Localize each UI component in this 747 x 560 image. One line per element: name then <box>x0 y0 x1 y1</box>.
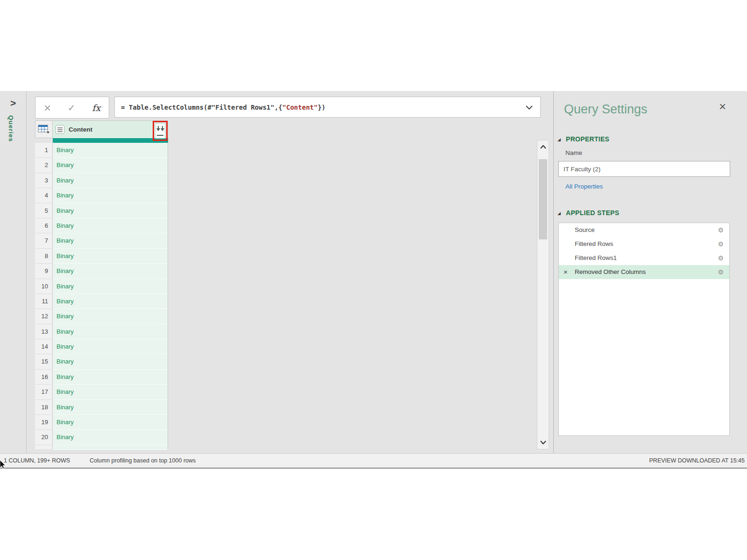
query-name-input[interactable] <box>558 161 730 177</box>
scrollbar-thumb[interactable] <box>539 159 547 239</box>
column-header-label: Content <box>69 126 92 133</box>
gear-icon[interactable]: ⚙ <box>718 223 724 237</box>
expand-column-button[interactable] <box>155 123 165 139</box>
table-row: 3Binary <box>35 173 168 188</box>
row-number: 14 <box>35 339 53 354</box>
mouse-cursor <box>0 460 7 469</box>
formula-bar-buttons: × ✓ fx <box>35 97 109 119</box>
row-number: 11 <box>35 294 53 309</box>
binary-cell[interactable]: Binary <box>53 233 168 248</box>
scroll-down-icon[interactable] <box>540 441 546 444</box>
row-number: 9 <box>35 264 53 279</box>
binary-cell[interactable]: Binary <box>53 143 168 158</box>
row-number: 3 <box>35 173 53 188</box>
name-field-label: Name <box>565 149 582 156</box>
binary-cell[interactable]: Binary <box>53 430 168 445</box>
column-type-icon[interactable] <box>56 125 64 134</box>
step-label: Removed Other Columns <box>575 268 646 275</box>
row-number: 20 <box>35 430 53 445</box>
applied-step-filtered-rows[interactable]: Filtered Rows⚙ <box>559 237 729 251</box>
row-number: 10 <box>35 279 53 294</box>
fx-icon[interactable]: fx <box>92 103 100 113</box>
row-number: 15 <box>35 354 53 369</box>
binary-cell[interactable]: Binary <box>53 264 168 279</box>
underline-bar <box>157 135 163 136</box>
gear-icon[interactable]: ⚙ <box>718 251 724 265</box>
row-number: 18 <box>35 400 53 415</box>
binary-cell[interactable]: Binary <box>53 279 168 294</box>
binary-cell[interactable]: Binary <box>53 370 168 385</box>
formula-expand-chevron-icon[interactable] <box>526 105 533 110</box>
binary-cell[interactable]: Binary <box>53 354 168 369</box>
table-row: 10Binary <box>35 279 168 294</box>
collapse-triangle-icon[interactable]: ◢ <box>557 137 561 142</box>
table-row: 16Binary <box>35 370 168 385</box>
scroll-up-icon[interactable] <box>540 145 546 149</box>
close-icon[interactable]: × <box>719 99 726 114</box>
binary-cell[interactable]: Binary <box>53 173 168 188</box>
commit-check-icon[interactable]: ✓ <box>68 103 76 112</box>
step-label: Filtered Rows <box>575 240 613 247</box>
binary-cell[interactable]: Binary <box>53 249 168 264</box>
step-label: Source <box>575 226 595 233</box>
binary-cell[interactable]: Binary <box>53 309 168 324</box>
row-number: 17 <box>35 385 53 399</box>
binary-cell[interactable]: Binary <box>53 188 168 203</box>
binary-cell[interactable]: Binary <box>53 415 168 430</box>
binary-cell[interactable]: Binary <box>53 385 168 399</box>
binary-cell[interactable]: Binary <box>53 158 168 173</box>
binary-cell[interactable]: Binary <box>53 324 168 339</box>
row-number: 7 <box>35 233 53 248</box>
applied-step-source[interactable]: Source⚙ <box>559 223 729 237</box>
applied-step-removed-other-columns[interactable]: ×Removed Other Columns⚙ <box>559 265 729 279</box>
power-query-editor-window: > Queries × ✓ fx = Table.SelectColumns(#… <box>0 91 747 469</box>
table-select-all-button[interactable] <box>35 120 53 138</box>
formula-input[interactable]: = Table.SelectColumns(#"Filtered Rows1",… <box>114 97 541 118</box>
down-arrow-icon <box>156 126 160 132</box>
row-number: 4 <box>35 188 53 203</box>
row-column-count: 1 COLUMN, 199+ ROWS <box>4 454 70 468</box>
profiling-info: Column profiling based on top 1000 rows <box>90 454 196 468</box>
queries-pane-label: Queries <box>7 115 14 142</box>
all-properties-link[interactable]: All Properties <box>565 183 603 190</box>
row-number: 1 <box>35 143 53 158</box>
delete-step-icon[interactable]: × <box>564 265 568 279</box>
down-arrow-icon <box>161 126 164 132</box>
gear-icon[interactable]: ⚙ <box>718 237 724 251</box>
applied-step-filtered-rows1[interactable]: Filtered Rows1⚙ <box>559 251 729 265</box>
table-row: 14Binary <box>35 339 168 354</box>
grid-vertical-scrollbar[interactable] <box>537 140 549 449</box>
table-row: 20Binary <box>35 430 168 445</box>
row-number: 5 <box>35 203 53 218</box>
binary-cell[interactable]: Binary <box>53 294 168 309</box>
cancel-icon[interactable]: × <box>44 102 51 114</box>
row-number: 8 <box>35 249 53 264</box>
row-number: 16 <box>35 370 53 385</box>
binary-cell[interactable]: Binary <box>53 339 168 354</box>
column-header-content[interactable]: Content <box>53 120 168 138</box>
gear-icon[interactable]: ⚙ <box>718 265 724 279</box>
preview-downloaded-status: PREVIEW DOWNLOADED AT 15:45 <box>649 454 745 468</box>
row-number: 6 <box>35 218 53 233</box>
row-number: 2 <box>35 158 53 173</box>
binary-cell <box>53 445 168 450</box>
table-row: 4Binary <box>35 188 168 203</box>
table-row: 13Binary <box>35 324 168 339</box>
step-label: Filtered Rows1 <box>575 254 617 261</box>
table-row-partial <box>35 445 168 450</box>
table-row: 2Binary <box>35 158 168 173</box>
binary-cell[interactable]: Binary <box>53 218 168 233</box>
table-row: 1Binary <box>35 143 168 158</box>
table-icon <box>38 125 50 134</box>
table-row: 11Binary <box>35 294 168 309</box>
collapse-triangle-icon[interactable]: ◢ <box>557 211 561 216</box>
table-row: 6Binary <box>35 218 168 233</box>
row-number: 19 <box>35 415 53 430</box>
applied-steps-list: Source⚙Filtered Rows⚙Filtered Rows1⚙×Rem… <box>558 223 730 436</box>
query-settings-title: Query Settings <box>564 102 648 117</box>
binary-cell[interactable]: Binary <box>53 400 168 415</box>
expand-queries-pane-button[interactable]: > <box>10 98 16 109</box>
binary-cell[interactable]: Binary <box>53 203 168 218</box>
formula-prefix: = Table.SelectColumns(#"Filtered Rows1",… <box>121 104 282 111</box>
table-row: 7Binary <box>35 233 168 248</box>
